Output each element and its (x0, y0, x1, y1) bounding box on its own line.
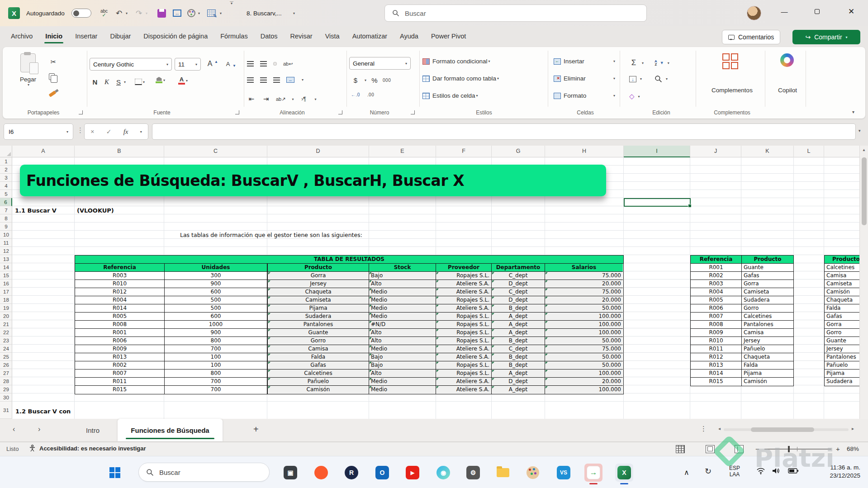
document-title[interactable]: 8. Buscarv,... (247, 0, 282, 26)
taskbar-brave[interactable] (312, 464, 330, 482)
ribbon-tab-disposici-n-de-p-gina[interactable]: Disposición de página (137, 29, 214, 44)
bold-button[interactable]: N (90, 77, 100, 87)
format-as-table-button[interactable]: Dar formato como tabla▾ (422, 75, 499, 82)
sort-filter-icon[interactable]: AZ (655, 60, 657, 66)
font-size-select[interactable]: 11▾ (175, 58, 201, 71)
copilot-button[interactable] (780, 53, 794, 67)
underline-button[interactable]: S▾ (114, 77, 126, 87)
zoom-slider[interactable] (764, 449, 831, 450)
save-icon[interactable] (157, 0, 166, 26)
column-header-D[interactable]: D (267, 146, 369, 157)
sheet-tab-intro[interactable]: Intro (68, 419, 118, 441)
align-center-icon[interactable] (260, 77, 267, 83)
zoom-in-icon[interactable]: + (836, 445, 840, 453)
taskbar-vscode[interactable]: VS (555, 464, 573, 482)
insert-cells-button[interactable]: Insertar▾ (554, 58, 615, 65)
increase-indent-icon[interactable]: ⇥ (261, 94, 270, 104)
taskbar-search[interactable]: Buscar (138, 463, 270, 482)
palette-chevron-icon[interactable]: ▾ (198, 0, 200, 26)
clipboard-dialog-launcher-icon[interactable] (79, 110, 83, 114)
next-sheet-icon[interactable]: › (38, 425, 40, 433)
vertical-scroll-thumb[interactable] (862, 157, 867, 225)
ribbon-tab-power-pivot[interactable]: Power Pivot (425, 29, 472, 44)
scroll-up-icon[interactable]: ▲ (862, 148, 866, 152)
wifi-icon[interactable] (756, 467, 765, 474)
prev-sheet-icon[interactable]: ‹ (13, 425, 15, 433)
autosave-toggle[interactable] (71, 0, 91, 26)
formula-bar-handle-icon[interactable]: ⋮ (77, 126, 84, 134)
zoom-out-icon[interactable]: − (755, 445, 759, 453)
taskbar-settings[interactable]: ⚙ (464, 464, 482, 482)
confirm-formula-icon[interactable]: ✓ (106, 128, 112, 135)
font-dialog-launcher-icon[interactable] (235, 110, 239, 114)
sheet-tab-funciones[interactable]: Funciones de Búsqueda (118, 419, 223, 441)
formula-input[interactable] (152, 123, 856, 140)
title-search-box[interactable]: Buscar (384, 5, 647, 22)
ribbon-tab-dibujar[interactable]: Dibujar (104, 29, 137, 44)
share-button[interactable]: ↪ Compartir ▾ (792, 30, 860, 44)
text-direction-icon[interactable]: ›¶ (299, 94, 308, 104)
copy-button[interactable]: ▾ (49, 73, 57, 80)
font-name-select[interactable]: Century Gothic▾ (90, 58, 172, 71)
merge-chevron-icon[interactable]: ▾ (302, 78, 304, 82)
vertical-scrollbar[interactable]: ▲ (859, 146, 868, 419)
normal-view-icon[interactable] (676, 445, 685, 453)
alignment-dialog-launcher-icon[interactable] (338, 110, 342, 114)
ribbon-tab-archivo[interactable]: Archivo (5, 29, 39, 44)
decrease-indent-icon[interactable]: ⇤ (247, 94, 256, 104)
palette-icon[interactable] (187, 0, 195, 26)
expand-formula-bar-icon[interactable]: ▾ (859, 128, 861, 133)
collapse-ribbon-icon[interactable]: ▾ (852, 109, 854, 114)
battery-icon[interactable] (788, 468, 799, 474)
spellcheck-icon[interactable]: abc✓ (100, 0, 108, 26)
format-cells-button[interactable]: Formato▾ (554, 92, 615, 99)
comments-button[interactable]: Comentarios (722, 30, 780, 44)
scroll-left-icon[interactable]: ◂ (718, 426, 721, 431)
percent-icon[interactable]: % (370, 75, 379, 85)
undo-icon[interactable]: ↶ (116, 0, 122, 26)
thousands-icon[interactable]: 000 (383, 78, 391, 83)
column-header-E[interactable]: E (369, 146, 436, 157)
ribbon-tab-inicio[interactable]: Inicio (39, 29, 69, 44)
paste-button[interactable]: Pegar ▾ (14, 53, 42, 87)
fx-chevron-icon[interactable]: ▾ (140, 130, 142, 134)
ribbon-tab-revisar[interactable]: Revisar (284, 29, 319, 44)
document-title-chevron-icon[interactable]: ▾ (293, 0, 295, 26)
accessibility-status[interactable]: Accesibilidad: es necesario investigar (29, 445, 146, 452)
taskbar-export-app[interactable]: → (584, 464, 602, 482)
ribbon-tab-ayuda[interactable]: Ayuda (394, 29, 425, 44)
insert-function-icon[interactable]: fx (123, 128, 128, 136)
language-indicator[interactable]: ESPLAA (729, 465, 740, 478)
ribbon-tab-f-rmulas[interactable]: Fórmulas (214, 29, 254, 44)
start-button[interactable] (106, 464, 124, 482)
name-box[interactable]: I6▾ (4, 123, 73, 140)
italic-button[interactable]: K (102, 77, 111, 87)
wrap-text-icon[interactable]: ab↩ (283, 59, 293, 69)
align-middle-icon[interactable] (260, 61, 267, 66)
column-header-F[interactable]: F (436, 146, 492, 157)
undo-chevron-icon[interactable]: ▾ (126, 0, 128, 26)
column-header-A[interactable]: A (12, 146, 75, 157)
scroll-right-icon[interactable]: ▸ (852, 426, 854, 431)
excel-logo-icon[interactable]: X (8, 0, 22, 26)
format-painter-button[interactable] (49, 92, 56, 95)
horizontal-scroll-thumb[interactable] (751, 427, 814, 432)
autosum-icon[interactable]: Σ (629, 58, 638, 68)
increase-font-button[interactable]: A▲ (205, 59, 218, 69)
fill-icon[interactable]: ↓ (629, 76, 636, 82)
fill-color-button[interactable]: ▾ (156, 77, 165, 83)
add-sheet-button[interactable]: + (253, 424, 259, 435)
page-break-view-icon[interactable] (735, 445, 744, 453)
ribbon-tab-insertar[interactable]: Insertar (69, 29, 104, 44)
merge-center-icon[interactable]: ↔ (286, 77, 294, 83)
column-header-H[interactable]: H (545, 146, 624, 157)
delete-cells-button[interactable]: Eliminar▾ (554, 75, 615, 82)
taskbar-paint[interactable] (524, 464, 542, 482)
font-color-button[interactable]: A▾ (178, 77, 188, 85)
minimize-button[interactable]: — (773, 0, 795, 23)
decrease-decimal-icon[interactable]: ←.0 (351, 92, 360, 97)
zoom-level[interactable]: 68% (847, 445, 859, 452)
horizontal-scrollbar[interactable]: ◂ ▸ (718, 427, 854, 432)
taskbar-photos[interactable]: ◉ (434, 464, 452, 482)
cell-styles-button[interactable]: Estilos de celda▾ (422, 92, 478, 99)
